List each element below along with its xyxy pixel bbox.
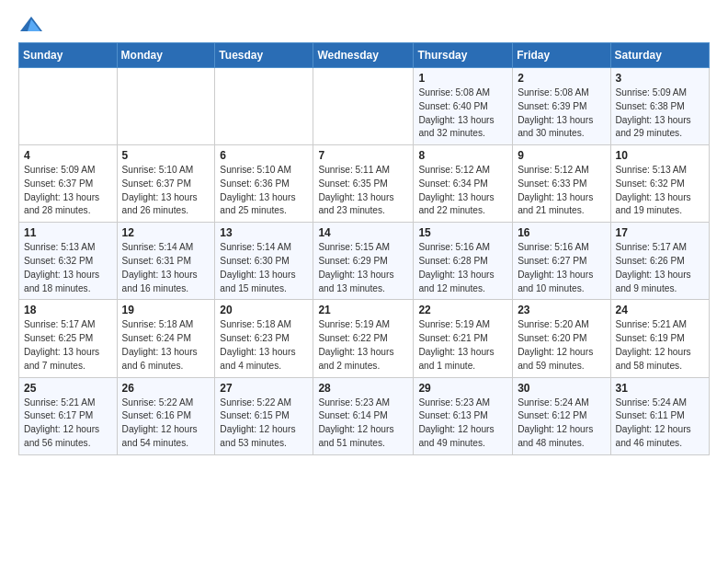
day-number: 7 <box>318 149 408 162</box>
day-info: Sunrise: 5:22 AM Sunset: 6:16 PM Dayligh… <box>122 396 210 451</box>
day-number: 28 <box>318 382 408 395</box>
day-info: Sunrise: 5:18 AM Sunset: 6:23 PM Dayligh… <box>220 318 308 373</box>
week-row-2: 4Sunrise: 5:09 AM Sunset: 6:37 PM Daylig… <box>19 145 710 223</box>
day-number: 2 <box>518 72 605 85</box>
day-number: 8 <box>418 149 507 162</box>
calendar-cell <box>117 68 215 145</box>
day-number: 24 <box>616 304 704 316</box>
day-number: 26 <box>122 382 210 395</box>
calendar-cell: 23Sunrise: 5:20 AM Sunset: 6:20 PM Dayli… <box>513 300 610 377</box>
day-number: 13 <box>220 226 308 239</box>
day-info: Sunrise: 5:16 AM Sunset: 6:27 PM Dayligh… <box>518 241 605 295</box>
day-number: 10 <box>616 149 704 162</box>
day-number: 19 <box>122 304 210 316</box>
day-info: Sunrise: 5:14 AM Sunset: 6:30 PM Dayligh… <box>220 241 308 295</box>
calendar-cell: 27Sunrise: 5:22 AM Sunset: 6:15 PM Dayli… <box>215 377 313 454</box>
calendar-table: SundayMondayTuesdayWednesdayThursdayFrid… <box>18 42 710 455</box>
calendar-cell: 21Sunrise: 5:19 AM Sunset: 6:22 PM Dayli… <box>313 300 414 377</box>
day-info: Sunrise: 5:14 AM Sunset: 6:31 PM Dayligh… <box>122 241 210 295</box>
day-info: Sunrise: 5:21 AM Sunset: 6:17 PM Dayligh… <box>24 396 112 451</box>
day-info: Sunrise: 5:24 AM Sunset: 6:11 PM Dayligh… <box>616 396 704 451</box>
day-number: 1 <box>418 72 507 85</box>
calendar-cell: 14Sunrise: 5:15 AM Sunset: 6:29 PM Dayli… <box>313 223 414 300</box>
calendar-cell: 28Sunrise: 5:23 AM Sunset: 6:14 PM Dayli… <box>313 377 414 454</box>
calendar-cell <box>313 68 414 145</box>
week-row-5: 25Sunrise: 5:21 AM Sunset: 6:17 PM Dayli… <box>19 377 710 454</box>
week-row-3: 11Sunrise: 5:13 AM Sunset: 6:32 PM Dayli… <box>19 223 710 300</box>
day-number: 16 <box>518 226 605 239</box>
calendar-header-row: SundayMondayTuesdayWednesdayThursdayFrid… <box>19 43 710 68</box>
calendar-cell: 8Sunrise: 5:12 AM Sunset: 6:34 PM Daylig… <box>414 145 513 223</box>
day-number: 23 <box>518 304 605 316</box>
calendar-cell: 20Sunrise: 5:18 AM Sunset: 6:23 PM Dayli… <box>215 300 313 377</box>
day-info: Sunrise: 5:08 AM Sunset: 6:40 PM Dayligh… <box>418 86 507 141</box>
day-info: Sunrise: 5:21 AM Sunset: 6:19 PM Dayligh… <box>616 318 704 373</box>
day-info: Sunrise: 5:13 AM Sunset: 6:32 PM Dayligh… <box>616 164 704 218</box>
day-info: Sunrise: 5:19 AM Sunset: 6:22 PM Dayligh… <box>318 318 408 373</box>
day-info: Sunrise: 5:18 AM Sunset: 6:24 PM Dayligh… <box>122 318 210 373</box>
calendar-cell: 29Sunrise: 5:23 AM Sunset: 6:13 PM Dayli… <box>414 377 513 454</box>
day-number: 18 <box>24 304 112 316</box>
calendar-cell <box>215 68 313 145</box>
day-info: Sunrise: 5:11 AM Sunset: 6:35 PM Dayligh… <box>318 164 408 218</box>
day-info: Sunrise: 5:09 AM Sunset: 6:38 PM Dayligh… <box>616 86 704 141</box>
calendar-cell: 15Sunrise: 5:16 AM Sunset: 6:28 PM Dayli… <box>414 223 513 300</box>
day-number: 5 <box>122 149 210 162</box>
calendar-cell: 12Sunrise: 5:14 AM Sunset: 6:31 PM Dayli… <box>117 223 215 300</box>
day-number: 31 <box>616 382 704 395</box>
day-number: 9 <box>518 149 605 162</box>
header-day-wednesday: Wednesday <box>313 43 414 68</box>
header-day-saturday: Saturday <box>610 43 709 68</box>
day-info: Sunrise: 5:10 AM Sunset: 6:37 PM Dayligh… <box>122 164 210 218</box>
calendar-cell: 10Sunrise: 5:13 AM Sunset: 6:32 PM Dayli… <box>610 145 709 223</box>
logo <box>18 15 48 35</box>
calendar-cell: 26Sunrise: 5:22 AM Sunset: 6:16 PM Dayli… <box>117 377 215 454</box>
day-info: Sunrise: 5:16 AM Sunset: 6:28 PM Dayligh… <box>418 241 507 295</box>
day-number: 11 <box>24 226 112 239</box>
header-day-sunday: Sunday <box>19 43 118 68</box>
day-info: Sunrise: 5:17 AM Sunset: 6:25 PM Dayligh… <box>24 318 112 373</box>
day-number: 3 <box>616 72 704 85</box>
day-number: 20 <box>220 304 308 316</box>
calendar-cell: 22Sunrise: 5:19 AM Sunset: 6:21 PM Dayli… <box>414 300 513 377</box>
calendar-cell: 3Sunrise: 5:09 AM Sunset: 6:38 PM Daylig… <box>610 68 709 145</box>
calendar-cell: 19Sunrise: 5:18 AM Sunset: 6:24 PM Dayli… <box>117 300 215 377</box>
day-number: 22 <box>418 304 507 316</box>
header <box>18 15 710 35</box>
header-day-thursday: Thursday <box>414 43 513 68</box>
calendar-cell: 18Sunrise: 5:17 AM Sunset: 6:25 PM Dayli… <box>19 300 118 377</box>
day-info: Sunrise: 5:19 AM Sunset: 6:21 PM Dayligh… <box>418 318 507 373</box>
calendar-cell: 9Sunrise: 5:12 AM Sunset: 6:33 PM Daylig… <box>513 145 610 223</box>
day-info: Sunrise: 5:23 AM Sunset: 6:13 PM Dayligh… <box>418 396 507 451</box>
day-info: Sunrise: 5:09 AM Sunset: 6:37 PM Dayligh… <box>24 164 112 218</box>
day-info: Sunrise: 5:10 AM Sunset: 6:36 PM Dayligh… <box>220 164 308 218</box>
week-row-4: 18Sunrise: 5:17 AM Sunset: 6:25 PM Dayli… <box>19 300 710 377</box>
day-info: Sunrise: 5:12 AM Sunset: 6:33 PM Dayligh… <box>518 164 605 218</box>
day-number: 4 <box>24 149 112 162</box>
calendar-cell: 11Sunrise: 5:13 AM Sunset: 6:32 PM Dayli… <box>19 223 118 300</box>
calendar-cell: 4Sunrise: 5:09 AM Sunset: 6:37 PM Daylig… <box>19 145 118 223</box>
header-day-tuesday: Tuesday <box>215 43 313 68</box>
day-number: 27 <box>220 382 308 395</box>
day-info: Sunrise: 5:08 AM Sunset: 6:39 PM Dayligh… <box>518 86 605 141</box>
week-row-1: 1Sunrise: 5:08 AM Sunset: 6:40 PM Daylig… <box>19 68 710 145</box>
day-info: Sunrise: 5:22 AM Sunset: 6:15 PM Dayligh… <box>220 396 308 451</box>
calendar-cell: 1Sunrise: 5:08 AM Sunset: 6:40 PM Daylig… <box>414 68 513 145</box>
day-number: 30 <box>518 382 605 395</box>
calendar-cell: 5Sunrise: 5:10 AM Sunset: 6:37 PM Daylig… <box>117 145 215 223</box>
day-number: 12 <box>122 226 210 239</box>
day-number: 17 <box>616 226 704 239</box>
day-info: Sunrise: 5:17 AM Sunset: 6:26 PM Dayligh… <box>616 241 704 295</box>
day-info: Sunrise: 5:13 AM Sunset: 6:32 PM Dayligh… <box>24 241 112 295</box>
header-day-friday: Friday <box>513 43 610 68</box>
header-day-monday: Monday <box>117 43 215 68</box>
calendar-cell: 17Sunrise: 5:17 AM Sunset: 6:26 PM Dayli… <box>610 223 709 300</box>
day-info: Sunrise: 5:24 AM Sunset: 6:12 PM Dayligh… <box>518 396 605 451</box>
calendar-cell: 7Sunrise: 5:11 AM Sunset: 6:35 PM Daylig… <box>313 145 414 223</box>
day-info: Sunrise: 5:12 AM Sunset: 6:34 PM Dayligh… <box>418 164 507 218</box>
day-number: 15 <box>418 226 507 239</box>
day-number: 21 <box>318 304 408 316</box>
calendar-cell: 6Sunrise: 5:10 AM Sunset: 6:36 PM Daylig… <box>215 145 313 223</box>
calendar-cell: 31Sunrise: 5:24 AM Sunset: 6:11 PM Dayli… <box>610 377 709 454</box>
calendar-cell: 13Sunrise: 5:14 AM Sunset: 6:30 PM Dayli… <box>215 223 313 300</box>
